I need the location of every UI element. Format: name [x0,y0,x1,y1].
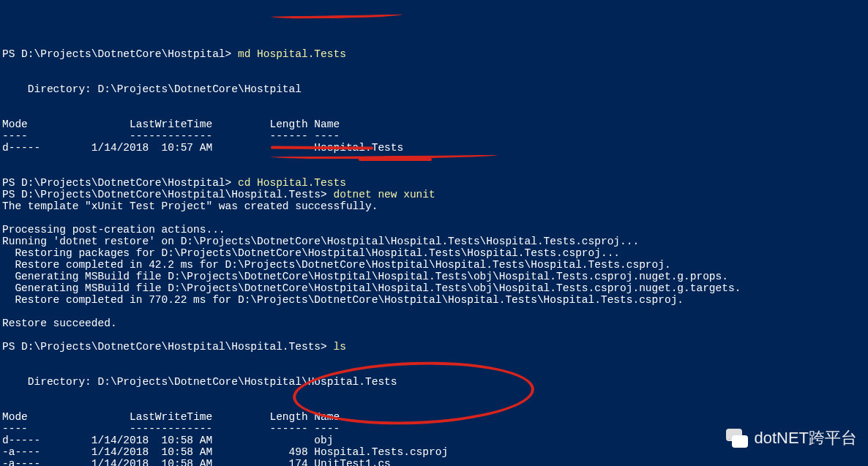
restore-msg: Restore completed in 42.2 ms for D:\Proj… [2,259,671,271]
processing-msg: Processing post-creation actions... [2,224,225,236]
restore-msg: Restore completed in 770.22 ms for D:\Pr… [2,294,684,306]
watermark-text: dotNET跨平台 [754,432,857,444]
ps-prompt: PS D:\Projects\DotnetCore\Hostpital> [2,177,238,189]
annotation-strike-success [359,158,432,161]
watermark: ... dotNET跨平台 [726,429,857,448]
cmd-md[interactable]: md Hospital.Tests [238,48,346,60]
directory-header: Directory: D:\Projects\DotnetCore\Hostpi… [2,376,397,388]
table-row: -a---- 1/14/2018 10:58 AM 498 Hospital.T… [2,446,448,458]
table-header: Mode LastWriteTime Length Name [2,411,340,423]
table-row: d----- 1/14/2018 10:57 AM Hospital.Tests [2,142,403,154]
cmd-ls[interactable]: ls [333,341,345,353]
template-created-msg: The template "xUnit Test Project" was cr… [2,200,378,212]
table-row: -a---- 1/14/2018 10:58 AM 174 UnitTest1.… [2,458,391,466]
table-row: d----- 1/14/2018 10:58 AM obj [2,435,333,446]
ps-prompt: PS D:\Projects\DotnetCore\Hostpital\Hosp… [2,189,333,200]
table-header-rule: ---- ------------- ------ ---- [2,130,340,142]
cmd-cd[interactable]: cd Hospital.Tests [238,177,346,189]
cmd-dotnet-new[interactable]: dotnet new xunit [333,189,435,200]
wechat-icon: ... [726,429,748,448]
restore-msg: Restoring packages for D:\Projects\Dotne… [2,247,620,259]
restore-msg: Running 'dotnet restore' on D:\Projects\… [2,236,639,247]
ps-prompt: PS D:\Projects\DotnetCore\Hostpital> [2,48,238,60]
restore-succeeded: Restore succeeded. [2,317,117,329]
directory-header: Directory: D:\Projects\DotnetCore\Hostpi… [2,83,302,95]
restore-msg: Generating MSBuild file D:\Projects\Dotn… [2,271,728,282]
annotation-underline-md [271,11,403,19]
ps-prompt: PS D:\Projects\DotnetCore\Hostpital\Hosp… [2,341,333,353]
restore-msg: Generating MSBuild file D:\Projects\Dotn… [2,282,741,294]
table-header-rule: ---- ------------- ------ ---- [2,423,340,435]
table-header: Mode LastWriteTime Length Name [2,119,340,130]
